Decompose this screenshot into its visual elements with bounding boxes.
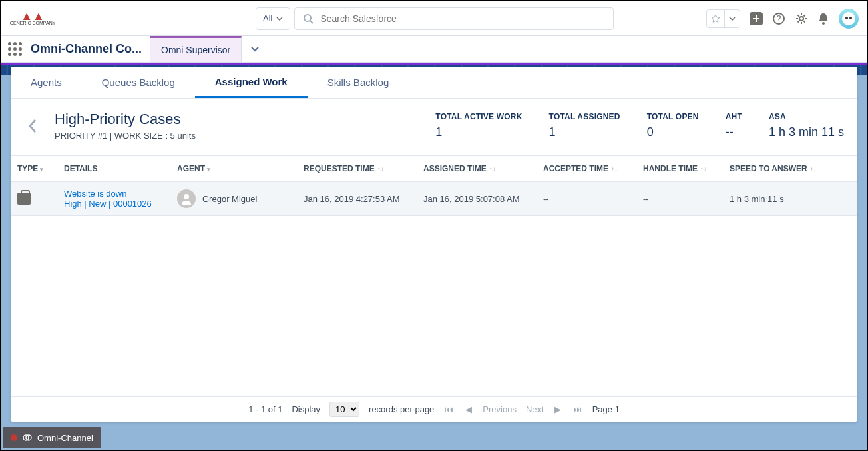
col-label: ACCEPTED TIME — [543, 164, 608, 173]
metric-label: TOTAL ACTIVE WORK — [435, 112, 522, 121]
sort-icon: ↑↓ — [489, 165, 496, 173]
sort-icon: ↑↓ — [700, 165, 707, 173]
pager-range: 1 - 1 of 1 — [248, 404, 282, 414]
search-box[interactable] — [294, 7, 614, 30]
case-icon — [17, 193, 31, 205]
col-assigned[interactable]: ASSIGNED TIME↑↓ — [417, 156, 537, 182]
metric-value: 0 — [647, 125, 699, 139]
cell-details: Website is down High | New | 00001026 — [57, 182, 170, 216]
prev-label[interactable]: Previous — [483, 404, 517, 414]
last-page-icon[interactable]: ⏭ — [572, 404, 583, 414]
col-handle[interactable]: HANDLE TIME↑↓ — [636, 156, 723, 182]
metric-total-open: TOTAL OPEN0 — [647, 112, 699, 139]
page-indicator: Page 1 — [592, 404, 620, 414]
pagination-bar: 1 - 1 of 1 Display 10 records per page ⏮… — [11, 396, 857, 422]
work-table: TYPE▾ DETAILS AGENT▾ REQUESTED TIME↑↓ AS… — [11, 156, 857, 216]
app-name: Omni-Channel Co... — [28, 36, 150, 62]
filter-icon: ▾ — [40, 166, 43, 173]
favorites-group[interactable] — [706, 9, 740, 28]
astro-avatar-icon — [841, 11, 856, 26]
case-subject-link[interactable]: Website is down — [64, 189, 164, 199]
table-row[interactable]: Website is down High | New | 00001026 Gr… — [11, 182, 857, 216]
svg-point-7 — [842, 12, 855, 25]
prev-page-icon[interactable]: ◀ — [464, 404, 473, 414]
cell-type — [11, 182, 57, 216]
metric-value: 1 h 3 min 11 s — [769, 125, 844, 139]
cell-requested: Jan 16, 2019 4:27:53 AM — [297, 182, 417, 216]
filter-icon: ▾ — [207, 166, 210, 173]
company-logo: ▲▲ GENERIC COMPANY — [9, 9, 56, 29]
col-type[interactable]: TYPE▾ — [11, 156, 57, 182]
col-label: SPEED TO ANSWER — [730, 164, 807, 173]
cell-agent: Gregor Miguel — [170, 182, 297, 216]
metric-label: AHT — [726, 112, 742, 121]
tab-label: Assigned Work — [215, 76, 288, 87]
header-actions: ? — [706, 9, 859, 29]
cell-speed: 1 h 3 min 11 s — [723, 182, 857, 216]
omni-channel-utility[interactable]: Omni-Channel — [3, 427, 101, 448]
cell-handle: -- — [636, 182, 723, 216]
col-details[interactable]: DETAILS — [57, 156, 170, 182]
col-label: DETAILS — [64, 164, 97, 173]
tab-agents[interactable]: Agents — [11, 67, 82, 98]
waffle-icon — [8, 42, 22, 56]
metric-total-assigned: TOTAL ASSIGNED1 — [549, 112, 620, 139]
queue-title: High-Priority Cases — [55, 111, 196, 128]
tab-omni-supervisor[interactable]: Omni Supervisor — [150, 36, 242, 62]
pager-display-label: Display — [292, 404, 320, 414]
col-agent[interactable]: AGENT▾ — [170, 156, 297, 182]
search-input[interactable] — [320, 13, 605, 24]
case-meta-link[interactable]: High | New | 00001026 — [64, 199, 164, 209]
tab-label: Agents — [31, 77, 62, 88]
omni-icon — [23, 433, 32, 442]
records-per-page-select[interactable]: 10 — [329, 402, 359, 417]
queue-subtitle: PRIORITY #1 | WORK SIZE : 5 units — [55, 131, 196, 141]
pager-rpp-label: records per page — [369, 404, 434, 414]
user-avatar[interactable] — [839, 9, 859, 29]
main-content-card: Agents Queues Backlog Assigned Work Skil… — [11, 67, 857, 422]
global-search: All — [256, 7, 614, 30]
col-label: REQUESTED TIME — [304, 164, 375, 173]
star-icon[interactable] — [707, 10, 725, 27]
col-label: HANDLE TIME — [643, 164, 698, 173]
back-button[interactable] — [24, 119, 41, 133]
bell-icon[interactable] — [817, 12, 829, 25]
first-page-icon[interactable]: ⏮ — [443, 404, 455, 414]
utility-label: Omni-Channel — [37, 433, 93, 443]
metrics-row: TOTAL ACTIVE WORK1 TOTAL ASSIGNED1 TOTAL… — [435, 112, 844, 139]
svg-point-5 — [799, 17, 803, 21]
tab-menu-chevron[interactable] — [242, 36, 268, 62]
help-icon[interactable]: ? — [772, 12, 785, 25]
tab-label: Queues Backlog — [102, 77, 175, 88]
col-label: AGENT — [177, 164, 205, 173]
metric-label: TOTAL ASSIGNED — [549, 112, 620, 121]
next-label[interactable]: Next — [526, 404, 544, 414]
next-page-icon[interactable]: ▶ — [553, 404, 562, 414]
col-accepted[interactable]: ACCEPTED TIME↑↓ — [537, 156, 636, 182]
metric-asa: ASA1 h 3 min 11 s — [769, 112, 844, 139]
logo-roof-icon: ▲▲ — [21, 11, 45, 21]
svg-point-8 — [845, 17, 848, 19]
agent-avatar — [177, 189, 196, 208]
col-label: ASSIGNED TIME — [423, 164, 487, 173]
svg-line-1 — [310, 21, 313, 23]
sort-icon: ↑↓ — [810, 165, 817, 173]
col-requested[interactable]: REQUESTED TIME↑↓ — [297, 156, 417, 182]
add-icon[interactable] — [750, 12, 763, 25]
metric-value: -- — [726, 125, 742, 139]
chevron-down-icon[interactable] — [725, 10, 740, 27]
search-scope-dropdown[interactable]: All — [256, 7, 290, 30]
col-speed[interactable]: SPEED TO ANSWER↑↓ — [723, 156, 857, 182]
svg-point-9 — [849, 17, 852, 19]
tab-assigned-work[interactable]: Assigned Work — [195, 67, 308, 98]
cell-assigned: Jan 16, 2019 5:07:08 AM — [417, 182, 537, 216]
app-launcher[interactable] — [1, 42, 28, 56]
svg-point-6 — [822, 22, 825, 25]
metric-value: 1 — [435, 125, 522, 139]
gear-icon[interactable] — [795, 12, 808, 25]
cell-accepted: -- — [537, 182, 636, 216]
svg-point-0 — [304, 15, 311, 21]
tab-skills-backlog[interactable]: Skills Backlog — [308, 67, 409, 98]
tab-queues-backlog[interactable]: Queues Backlog — [82, 67, 195, 98]
table-header-row: TYPE▾ DETAILS AGENT▾ REQUESTED TIME↑↓ AS… — [11, 156, 857, 182]
